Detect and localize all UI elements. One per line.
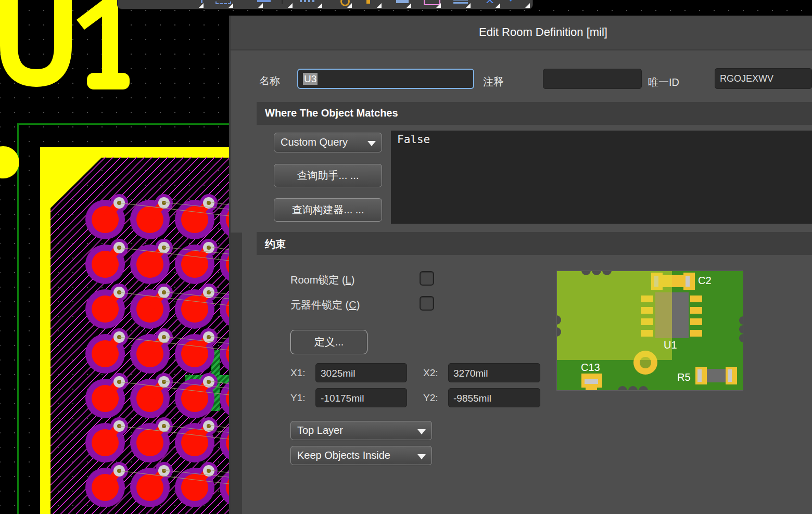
dropdown-arrow-icon[interactable] (347, 3, 352, 8)
x2-input[interactable]: 3270mil (448, 363, 540, 382)
name-input[interactable]: U3 (297, 69, 474, 89)
preview-label-r5: R5 (677, 371, 691, 383)
containment-dropdown[interactable]: Keep Objects Inside (290, 446, 432, 465)
y1-input[interactable]: -10175mil (315, 388, 407, 407)
x2-label: X2: (423, 367, 438, 379)
room-lock-checkbox[interactable] (420, 271, 434, 286)
query-helper-button[interactable]: 查询助手... ... (274, 164, 382, 187)
dialog-left-gutter (231, 233, 242, 514)
component-lock-label: 元器件锁定 (C) (290, 298, 360, 312)
y2-label: Y2: (423, 392, 438, 404)
dropdown-arrow-icon[interactable] (288, 3, 293, 8)
dialog-title-bar[interactable]: Edit Room Definition [mil] (231, 16, 812, 50)
dropdown-arrow-icon[interactable] (199, 3, 204, 8)
name-input-selected-text: U3 (303, 73, 318, 85)
query-builder-button[interactable]: 查询构建器... ... (274, 198, 382, 222)
component-lock-checkbox[interactable] (420, 296, 434, 311)
comment-input[interactable] (543, 69, 642, 89)
define-button[interactable]: 定义... (290, 330, 367, 354)
room-preview-image: C2 U1 C13 R5 (556, 271, 743, 391)
unique-id-label: 唯一ID (648, 75, 679, 89)
columns-icon[interactable] (300, 0, 314, 2)
dialog-title: Edit Room Definition [mil] (479, 25, 607, 39)
chevron-down-icon (367, 141, 376, 146)
name-label: 名称 (259, 74, 280, 88)
dropdown-arrow-icon[interactable] (436, 3, 441, 8)
chevron-down-icon (417, 454, 426, 459)
screen: Edit Room Definition [mil] 名称 U3 注释 唯一ID… (0, 0, 812, 514)
divider (282, 0, 283, 4)
x1-label: X1: (290, 367, 306, 379)
dropdown-arrow-icon[interactable] (525, 3, 530, 8)
room-overlay (556, 271, 672, 360)
preview-label-u1: U1 (664, 339, 677, 351)
dropdown-arrow-icon[interactable] (229, 3, 233, 8)
x-mark-icon[interactable] (486, 0, 493, 3)
dropdown-arrow-icon[interactable] (258, 3, 263, 8)
arrow-down-icon[interactable] (507, 0, 514, 2)
match-section-header: Where The Object Matches (257, 102, 812, 125)
y2-input[interactable]: -9855mil (448, 388, 540, 407)
dropdown-arrow-icon[interactable] (318, 3, 322, 8)
room-lock-label: Room锁定 (L) (290, 273, 354, 287)
pcb-toolbar[interactable] (117, 0, 533, 9)
query-expression-area[interactable]: False (391, 131, 812, 224)
preview-label-c13: C13 (581, 362, 600, 373)
constraints-section-header: 约束 (257, 232, 812, 255)
query-type-dropdown[interactable]: Custom Query (274, 133, 382, 152)
comment-label: 注释 (483, 75, 504, 89)
preview-label-c2: C2 (698, 275, 712, 286)
layer-dropdown[interactable]: Top Layer (290, 421, 432, 440)
edit-room-definition-dialog: Edit Room Definition [mil] 名称 U3 注释 唯一ID… (229, 16, 812, 514)
dropdown-arrow-icon[interactable] (466, 3, 471, 8)
ratsnest-lines (0, 0, 233, 514)
dropdown-arrow-icon[interactable] (496, 3, 500, 8)
unique-id-input[interactable]: RGOJEXWV (715, 68, 812, 89)
dropdown-arrow-icon[interactable] (377, 3, 382, 8)
dropdown-arrow-icon[interactable] (407, 3, 411, 8)
underline-icon[interactable] (257, 0, 271, 2)
orange-bar-icon[interactable] (366, 0, 370, 4)
chevron-down-icon (417, 429, 426, 434)
x1-input[interactable]: 3025mil (315, 363, 407, 382)
y1-label: Y1: (290, 392, 306, 404)
